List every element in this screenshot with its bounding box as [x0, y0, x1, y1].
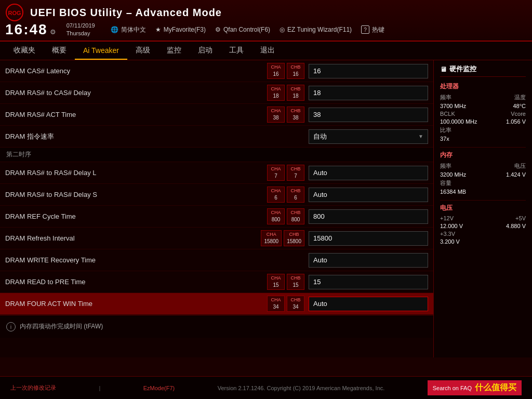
nav-tools[interactable]: 工具	[221, 42, 252, 60]
value-8[interactable]: 15800	[309, 231, 428, 246]
value-3[interactable]: 自动 ▼	[309, 129, 428, 144]
star-icon: ★	[155, 26, 161, 33]
cha-badge-8: CHA15800	[261, 230, 282, 246]
footer: 上一次的修改记录 | EzMode(F7) Version 2.17.1246.…	[0, 376, 532, 399]
sidebar-memory-freq-val-row: 3200 MHz 1.424 V	[440, 171, 526, 178]
settings-table: DRAM CAS# Latency CHA16 CHB16 16 DRAM RA…	[0, 60, 433, 315]
row-dram-ras-act[interactable]: DRAM RAS# ACT Time CHA38 CHB38 38	[0, 104, 433, 126]
time-display: 16:48	[5, 21, 48, 38]
row-dram-four-act[interactable]: DRAM FOUR ACT WIN Time CHA34 CHB34 Auto	[0, 293, 433, 315]
nav-favorites[interactable]: 收藏夹	[5, 42, 44, 60]
channel-badges-2: CHA38 CHB38	[267, 107, 304, 123]
main-layout: DRAM CAS# Latency CHA16 CHB16 16 DRAM RA…	[0, 60, 532, 357]
chb-badge-10: CHB15	[287, 274, 304, 290]
tool-language[interactable]: 🌐 简体中文	[111, 25, 146, 34]
sidebar-memory: 内存 频率 电压 3200 MHz 1.424 V 容量 16384 MB	[440, 151, 526, 195]
value-6[interactable]: Auto	[309, 188, 428, 202]
dropdown-arrow-3: ▼	[418, 134, 423, 139]
channel-badges-7: CHA800 CHB800	[267, 208, 304, 224]
chb-badge-7: CHB800	[287, 208, 304, 224]
sidebar-memory-freq-label-row: 频率 电压	[440, 162, 526, 170]
sidebar-divider-2	[440, 200, 526, 201]
value-10[interactable]: 15	[309, 275, 428, 289]
cha-badge-10: CHA15	[267, 274, 285, 290]
row-dram-write-recovery[interactable]: DRAM WRITE Recovery Time CHA CHB Auto	[0, 249, 433, 271]
row-dram-ras-ras-l[interactable]: DRAM RAS# to RAS# Delay L CHA7 CHB7 Auto	[0, 162, 433, 184]
sidebar-title: 🖥 硬件监控	[440, 64, 526, 77]
tool-qfan[interactable]: ⚙ Qfan Control(F6)	[215, 26, 270, 33]
chb-badge-5: CHB7	[287, 165, 304, 181]
channel-badges-8: CHA15800 CHB15800	[261, 230, 304, 246]
chb-badge-0: CHB16	[287, 63, 304, 79]
row-dram-refresh-interval[interactable]: DRAM Refresh Interval CHA15800 CHB15800 …	[0, 228, 433, 249]
nav-ai-tweaker[interactable]: Ai Tweaker	[75, 42, 127, 60]
cha-badge-1: CHA18	[267, 85, 285, 101]
search-label: Search on FAQ	[433, 385, 472, 391]
sidebar-processor-freq-row: 频率 温度	[440, 94, 526, 101]
sidebar-voltage: 电压 +12V +5V 12.000 V 4.880 V +3.3V 3.200…	[440, 204, 526, 245]
sidebar-voltage-v12-val-row: 12.000 V 4.880 V	[440, 223, 526, 229]
row-dram-ras-ras-s[interactable]: DRAM RAS# to RAS# Delay S CHA6 CHB6 Auto	[0, 184, 433, 206]
header: ROG UEFI BIOS Utility – Advanced Mode 16…	[0, 0, 532, 42]
row-dram-cmd-rate[interactable]: DRAM 指令速率 CHA CHB 自动 ▼	[0, 126, 433, 148]
bios-title: UEFI BIOS Utility – Advanced Mode	[30, 7, 222, 19]
value-9[interactable]: Auto	[309, 253, 428, 268]
nav-advanced[interactable]: 高级	[127, 42, 158, 60]
nav-boot[interactable]: 启动	[190, 42, 221, 60]
chb-badge-8: CHB15800	[284, 230, 304, 246]
date-display: 07/11/2019 Thursday	[66, 22, 95, 38]
channel-badges-10: CHA15 CHB15	[267, 274, 304, 290]
sidebar-processor-ratio-label-row: 比率	[440, 126, 526, 134]
channel-badges-1: CHA18 CHB18	[267, 85, 304, 101]
channel-badges-5: CHA7 CHB7	[267, 165, 304, 181]
svg-text:ROG: ROG	[8, 10, 21, 16]
value-1[interactable]: 18	[309, 86, 428, 100]
tool-hotkeys[interactable]: ? 热键	[361, 25, 384, 34]
nav-monitor[interactable]: 监控	[158, 42, 190, 60]
value-2[interactable]: 38	[309, 108, 428, 122]
value-0[interactable]: 16	[309, 64, 428, 78]
sidebar-voltage-v12-label-row: +12V +5V	[440, 215, 526, 221]
chb-badge-6: CHB6	[287, 187, 304, 203]
nav-exit[interactable]: 退出	[252, 42, 283, 60]
sidebar-processor: 处理器 频率 温度 3700 MHz 48°C BCLK Vcore 100.0…	[440, 82, 526, 142]
value-7[interactable]: 800	[309, 209, 428, 224]
chb-badge-11: CHB34	[287, 296, 304, 312]
row-dram-ref-cycle[interactable]: DRAM REF Cycle Time CHA800 CHB800 800	[0, 206, 433, 228]
cha-badge-7: CHA800	[267, 208, 285, 224]
channel-badges-11: CHA34 CHB34	[267, 296, 304, 312]
sidebar-processor-ratio-val-row: 37x	[440, 136, 526, 142]
globe-icon: 🌐	[111, 26, 118, 33]
channel-badges-0: CHA16 CHB16	[267, 63, 304, 79]
sidebar-memory-cap-label-row: 容量	[440, 179, 526, 187]
row-dram-cas-latency[interactable]: DRAM CAS# Latency CHA16 CHB16 16	[0, 60, 433, 82]
channel-badges-6: CHA6 CHB6	[267, 187, 304, 203]
footer-brand: 什么值得买	[475, 382, 516, 393]
tool-myfavorite[interactable]: ★ MyFavorite(F3)	[155, 26, 206, 33]
row-dram-ras-cas-delay[interactable]: DRAM RAS# to CAS# Delay CHA18 CHB18 18	[0, 82, 433, 104]
value-11[interactable]: Auto	[309, 297, 428, 311]
gear-icon[interactable]: ⚙	[50, 28, 56, 36]
cha-badge-6: CHA6	[267, 187, 285, 203]
sidebar-processor-bclk-label-row: BCLK Vcore	[440, 111, 526, 117]
sidebar-processor-bclk-val-row: 100.0000 MHz 1.056 V	[440, 118, 526, 125]
chb-badge-1: CHB18	[287, 85, 304, 101]
sidebar-processor-freq-val-row: 3700 MHz 48°C	[440, 103, 526, 109]
footer-copyright: Version 2.17.1246. Copyright (C) 2019 Am…	[218, 385, 385, 391]
sidebar: 🖥 硬件监控 处理器 频率 温度 3700 MHz 48°C BCLK Vcor…	[433, 60, 532, 357]
tool-eztuning[interactable]: ◎ EZ Tuning Wizard(F11)	[280, 26, 352, 33]
sidebar-memory-cap-val-row: 16384 MB	[440, 189, 526, 195]
footer-search-button[interactable]: Search on FAQ 什么值得买	[428, 380, 522, 395]
nav-summary[interactable]: 概要	[44, 42, 75, 60]
sidebar-voltage-v33-label-row: +3.3V	[440, 231, 526, 237]
sidebar-divider-1	[440, 147, 526, 148]
nav-bar: 收藏夹 概要 Ai Tweaker 高级 监控 启动 工具 退出	[0, 42, 532, 60]
footer-last-change[interactable]: 上一次的修改记录	[10, 384, 56, 392]
content-area: DRAM CAS# Latency CHA16 CHB16 16 DRAM RA…	[0, 60, 433, 357]
question-icon: ?	[361, 25, 369, 34]
value-5[interactable]: Auto	[309, 166, 428, 180]
chb-badge-2: CHB38	[287, 107, 304, 123]
row-dram-read-pre[interactable]: DRAM READ to PRE Time CHA15 CHB15 15	[0, 271, 433, 293]
wizard-icon: ◎	[280, 26, 285, 33]
footer-ezmode[interactable]: EzMode(F7)	[143, 385, 175, 391]
